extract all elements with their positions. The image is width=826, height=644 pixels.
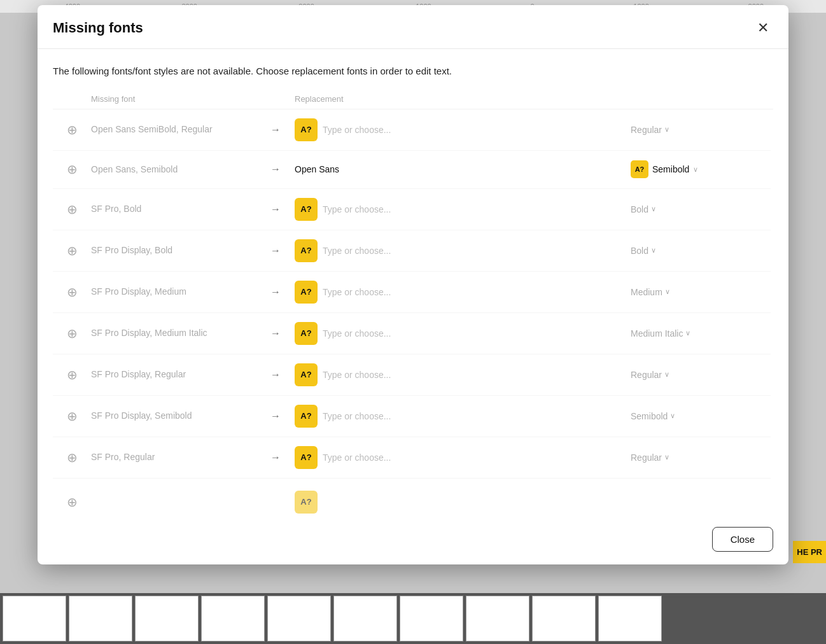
crosshair-icon: ⊕ (53, 409, 91, 424)
font-badge: A? (295, 405, 318, 428)
font-badge: A? (295, 281, 318, 304)
chevron-down-icon: ∨ (651, 205, 656, 213)
font-row: ⊕ SF Pro Display, Medium → A? Type or ch… (53, 272, 771, 313)
font-badge: A? (295, 446, 318, 469)
style-text: Semibold (652, 164, 689, 174)
dialog-description: The following fonts/font styles are not … (53, 64, 773, 79)
missing-font-name: Open Sans SemiBold, Regular (91, 123, 256, 135)
font-badge: A? (295, 239, 318, 262)
dialog-footer: Close (38, 517, 788, 564)
close-button[interactable]: Close (712, 527, 773, 552)
replacement-col[interactable]: A? Type or choose... (295, 118, 631, 141)
style-text: Semibold (631, 411, 668, 421)
replacement-col[interactable]: A? Type or choose... (295, 446, 631, 469)
arrow-icon: → (256, 124, 295, 136)
missing-fonts-dialog: Missing fonts ✕ The following fonts/font… (38, 5, 788, 564)
missing-font-name: SF Pro Display, Regular (91, 368, 256, 380)
arrow-icon: → (256, 328, 295, 339)
replacement-col[interactable]: A? Type or choose... (295, 281, 631, 304)
replacement-col: A? (295, 491, 631, 514)
table-header: Missing font Replacement (53, 94, 773, 109)
crosshair-icon: ⊕ (53, 326, 91, 341)
replacement-col[interactable]: A? Type or choose... (295, 239, 631, 262)
font-row: ⊕ SF Pro Display, Regular → A? Type or c… (53, 354, 771, 396)
crosshair-icon: ⊕ (53, 162, 91, 177)
replacement-col[interactable]: Open Sans (295, 164, 631, 174)
dialog-title: Missing fonts (53, 20, 143, 36)
replacement-font-text[interactable]: Type or choose... (323, 452, 391, 463)
arrow-icon: → (256, 245, 295, 256)
font-row: ⊕ Open Sans SemiBold, Regular → A? Type … (53, 109, 771, 151)
font-row: ⊕ SF Pro, Bold → A? Type or choose... Bo… (53, 189, 771, 230)
style-text: Regular (631, 452, 662, 463)
chevron-down-icon: ∨ (651, 246, 656, 255)
style-col[interactable]: A? Semibold ∨ (631, 160, 758, 178)
style-text: Bold (631, 204, 648, 214)
font-row: ⊕ SF Pro, Regular → A? Type or choose...… (53, 437, 771, 479)
style-col[interactable]: Medium Italic ∨ (631, 328, 758, 339)
replacement-font-text[interactable]: Type or choose... (323, 370, 391, 380)
replacement-font-text[interactable]: Type or choose... (323, 287, 391, 297)
font-row-partial: ⊕ A? (53, 479, 771, 517)
dialog-header: Missing fonts ✕ (38, 5, 788, 49)
style-col[interactable]: Regular ∨ (631, 370, 758, 380)
missing-font-name: Open Sans, Semibold (91, 164, 256, 175)
chevron-down-icon: ∨ (664, 370, 669, 379)
missing-font-name: SF Pro, Bold (91, 203, 256, 214)
col-missing-label: Missing font (91, 94, 256, 104)
dialog-body: The following fonts/font styles are not … (38, 49, 788, 517)
arrow-icon: → (256, 369, 295, 381)
arrow-icon: → (256, 452, 295, 463)
replacement-col[interactable]: A? Type or choose... (295, 198, 631, 221)
style-text: Medium Italic (631, 328, 683, 339)
replacement-font-text[interactable]: Type or choose... (323, 246, 391, 256)
font-row: ⊕ SF Pro Display, Bold → A? Type or choo… (53, 230, 771, 272)
replacement-font-text[interactable]: Type or choose... (323, 204, 391, 214)
font-row: ⊕ SF Pro Display, Medium Italic → A? Typ… (53, 313, 771, 354)
style-badge: A? (631, 160, 648, 178)
font-row: ⊕ Open Sans, Semibold → Open Sans A? Sem… (53, 151, 771, 189)
style-col[interactable]: Regular ∨ (631, 125, 758, 135)
missing-font-name: SF Pro, Regular (91, 451, 256, 463)
style-col[interactable]: Bold ∨ (631, 246, 758, 256)
replacement-font-text[interactable]: Type or choose... (323, 411, 391, 421)
arrow-icon: → (256, 410, 295, 422)
font-badge: A? (295, 118, 318, 141)
crosshair-icon: ⊕ (53, 284, 91, 300)
replacement-font-text[interactable]: Type or choose... (323, 125, 391, 135)
chevron-down-icon: ∨ (670, 412, 675, 420)
font-row: ⊕ SF Pro Display, Semibold → A? Type or … (53, 396, 771, 437)
chevron-down-icon: ∨ (693, 165, 698, 174)
font-rows-scroll[interactable]: ⊕ Open Sans SemiBold, Regular → A? Type … (53, 109, 773, 517)
chevron-down-icon: ∨ (664, 125, 669, 134)
replacement-col[interactable]: A? Type or choose... (295, 405, 631, 428)
style-text: Bold (631, 246, 648, 256)
arrow-icon: → (256, 204, 295, 215)
dialog-close-x-button[interactable]: ✕ (753, 18, 773, 38)
style-text: Regular (631, 125, 662, 135)
dialog-overlay: Missing fonts ✕ The following fonts/font… (0, 0, 826, 644)
missing-font-name: SF Pro Display, Bold (91, 244, 256, 256)
col-replacement-label: Replacement (295, 94, 633, 104)
arrow-icon: → (256, 164, 295, 175)
chevron-down-icon: ∨ (664, 453, 669, 461)
style-text: Regular (631, 370, 662, 380)
crosshair-icon: ⊕ (53, 450, 91, 465)
chevron-down-icon: ∨ (685, 329, 690, 337)
replacement-font-text[interactable]: Type or choose... (323, 328, 391, 339)
missing-font-name: SF Pro Display, Medium (91, 286, 256, 297)
style-col[interactable]: Bold ∨ (631, 204, 758, 214)
arrow-icon: → (256, 286, 295, 298)
replacement-font-text[interactable]: Open Sans (295, 164, 339, 174)
missing-font-name: SF Pro Display, Semibold (91, 410, 256, 421)
replacement-col[interactable]: A? Type or choose... (295, 322, 631, 345)
crosshair-icon: ⊕ (53, 243, 91, 258)
replacement-col[interactable]: A? Type or choose... (295, 363, 631, 386)
style-col[interactable]: Semibold ∨ (631, 411, 758, 421)
font-badge: A? (295, 322, 318, 345)
style-col[interactable]: Medium ∨ (631, 287, 758, 297)
crosshair-icon: ⊕ (53, 122, 91, 137)
crosshair-icon: ⊕ (53, 202, 91, 217)
style-col[interactable]: Regular ∨ (631, 452, 758, 463)
chevron-down-icon: ∨ (665, 288, 670, 296)
